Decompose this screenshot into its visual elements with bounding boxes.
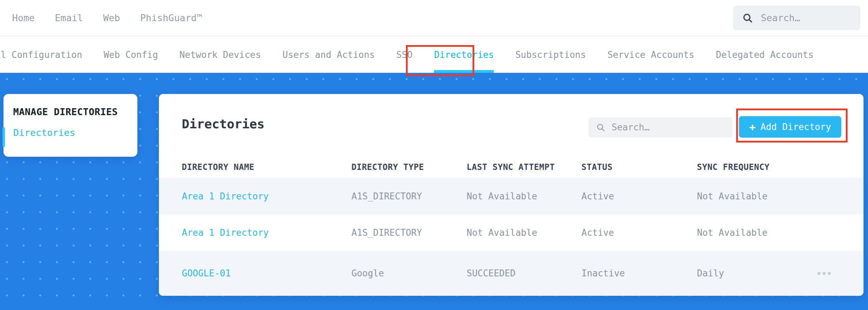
active-item-bar [2, 127, 5, 147]
tab-network-devices[interactable]: Network Devices [179, 36, 261, 73]
active-tab-underline [434, 70, 494, 73]
last-sync-attempt: SUCCEEDED [467, 268, 581, 278]
row-actions [816, 272, 829, 275]
sync-frequency: Not Available [697, 227, 816, 238]
plus-icon: + [749, 122, 756, 132]
search-icon [596, 123, 605, 132]
directory-name-link[interactable]: Area 1 Directory [182, 191, 351, 201]
card-title: MANAGE DIRECTORIES [13, 106, 137, 117]
directories-panel: Directories + Add Directory DIRECTORY NA… [159, 94, 863, 296]
sync-frequency: Not Available [697, 191, 816, 201]
directory-name-link[interactable]: Area 1 Directory [182, 227, 351, 238]
add-directory-button[interactable]: + Add Directory [739, 116, 841, 138]
status: Active [581, 227, 697, 238]
last-sync-attempt: Not Available [467, 227, 581, 238]
directory-type: Google [351, 268, 467, 278]
table-row: GOOGLE-01 Google SUCCEEDED Inactive Dail… [159, 251, 863, 296]
column-directory-name: DIRECTORY NAME [182, 162, 351, 172]
sidebar-item-directories[interactable]: Directories [13, 127, 137, 138]
column-sync-frequency: SYNC FREQUENCY [697, 162, 816, 172]
directories-search[interactable] [588, 117, 733, 137]
top-nav-phishguard[interactable]: PhishGuard™ [140, 12, 202, 23]
directory-type: A1S_DIRECTORY [351, 227, 467, 238]
column-status: STATUS [581, 162, 697, 172]
sync-frequency: Daily [697, 268, 816, 278]
settings-tabs: l Configuration Web Config Network Devic… [0, 36, 868, 73]
top-nav: Home Email Web PhishGuard™ [12, 0, 202, 36]
column-directory-type: DIRECTORY TYPE [351, 162, 467, 172]
manage-directories-card: MANAGE DIRECTORIES Directories [3, 94, 137, 157]
global-search[interactable] [733, 6, 860, 30]
top-bar: Home Email Web PhishGuard™ [0, 0, 868, 36]
ellipsis-menu-icon[interactable] [823, 272, 826, 275]
last-sync-attempt: Not Available [467, 191, 581, 201]
column-last-sync-attempt: LAST SYNC ATTEMPT [467, 162, 581, 172]
table-row: Area 1 Directory A1S_DIRECTORY Not Avail… [159, 214, 863, 251]
tab-service-accounts[interactable]: Service Accounts [607, 36, 694, 73]
search-icon [742, 12, 753, 24]
table-header: DIRECTORY NAME DIRECTORY TYPE LAST SYNC … [159, 156, 863, 178]
tab-directories[interactable]: Directories [434, 36, 494, 73]
tab-web-config[interactable]: Web Config [104, 36, 158, 73]
directory-type: A1S_DIRECTORY [351, 191, 467, 201]
top-nav-web[interactable]: Web [103, 12, 120, 23]
directories-search-input[interactable] [612, 122, 725, 132]
status: Inactive [581, 268, 697, 278]
page-title: Directories [182, 117, 264, 131]
tab-directories-label: Directories [434, 50, 494, 60]
tab-email-configuration[interactable]: l Configuration [1, 36, 82, 73]
tab-users-and-actions[interactable]: Users and Actions [282, 36, 375, 73]
status: Active [581, 191, 697, 201]
add-directory-label: Add Directory [760, 122, 831, 132]
top-nav-email[interactable]: Email [55, 12, 83, 23]
top-nav-home[interactable]: Home [12, 12, 35, 23]
tab-sso[interactable]: SSO [396, 36, 412, 73]
directory-name-link[interactable]: GOOGLE-01 [182, 268, 351, 278]
global-search-input[interactable] [761, 12, 851, 23]
tab-subscriptions[interactable]: Subscriptions [515, 36, 586, 73]
table-row: Area 1 Directory A1S_DIRECTORY Not Avail… [159, 178, 863, 214]
tab-delegated-accounts[interactable]: Delegated Accounts [716, 36, 814, 73]
